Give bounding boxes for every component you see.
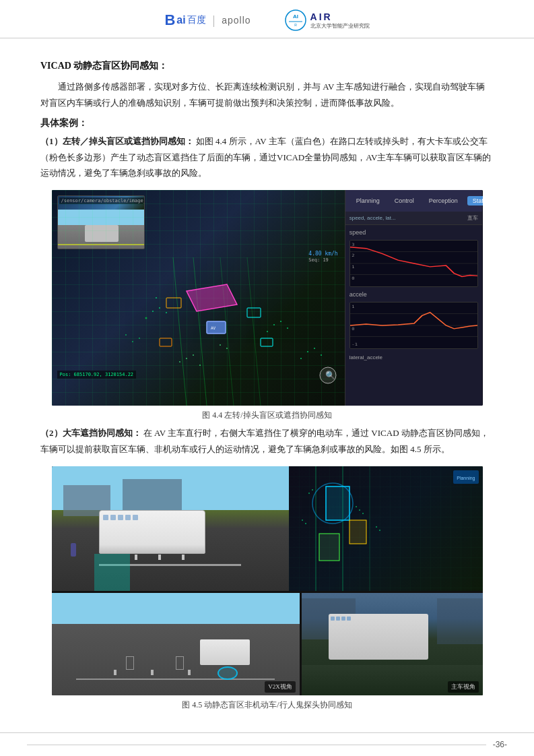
svg-point-62 (308, 493, 310, 494)
baidu-paw-icon: B (164, 11, 175, 29)
svg-text:0: 0 (352, 327, 354, 332)
accele-graph-svg: 1 0 -1 (350, 303, 478, 348)
front-label: 主车视角 (448, 681, 479, 693)
graph-area: speed (345, 225, 483, 406)
svg-point-69 (376, 526, 377, 528)
air-text-block: AIR 北京大学智能产业研究院 (310, 11, 370, 30)
svg-rect-31 (207, 321, 226, 334)
air-logo: AI R AIR 北京大学智能产业研究院 (285, 9, 370, 31)
svg-point-63 (312, 489, 313, 491)
svg-point-22 (226, 348, 228, 349)
figure-45-image: Planning (52, 466, 483, 695)
air-title: AIR (310, 11, 370, 22)
figure-45-container: Planning (40, 466, 494, 711)
svg-rect-35 (261, 338, 273, 346)
lidar-view: Pos: 685170.92, 3120154.22 4.80 km/h Seq… (52, 190, 345, 406)
svg-point-21 (220, 344, 221, 346)
fig44-caption: 图 4.4 左转/掉头盲区或遮挡协同感知 (202, 410, 331, 421)
svg-point-15 (267, 331, 268, 332)
fig45-bottom-panels: V2X视角 (52, 593, 483, 695)
footer: -36- (0, 732, 534, 756)
figure-44-image: /sensor/camera/obstacle/image_wide/compr… (52, 190, 483, 406)
page-number: -36- (493, 740, 507, 749)
teal-lane-highlight (94, 554, 130, 592)
bus-front-view (329, 614, 428, 660)
svg-point-23 (139, 338, 140, 339)
header: B ai 百度 | apollo AI R AIR 北京大学智能产业研究院 (0, 0, 534, 38)
svg-text:-1: -1 (352, 342, 358, 347)
svg-text:1: 1 (352, 305, 354, 309)
lateral-label: lateral_accele (349, 354, 479, 360)
svg-point-8 (152, 311, 154, 312)
fig45-top-panel: Planning (52, 466, 483, 591)
svg-rect-60 (349, 520, 366, 544)
person-silhouette (71, 543, 76, 557)
svg-text:AI: AI (293, 13, 298, 20)
figure-44-container: /sensor/camera/obstacle/image_wide/compr… (40, 190, 494, 421)
front-camera (302, 593, 483, 695)
apollo-separator: | (213, 13, 215, 28)
svg-text:2: 2 (352, 253, 354, 258)
svg-point-29 (321, 354, 322, 356)
svg-rect-54 (289, 466, 483, 591)
case-heading: 具体案例： (40, 117, 494, 129)
fig45-birdseye: Planning (289, 466, 483, 591)
svg-point-10 (166, 312, 167, 313)
svg-point-28 (300, 358, 302, 359)
svg-text:0: 0 (352, 276, 354, 281)
fig45-front-panel: 主车视角 (302, 593, 483, 695)
lidar-svg: AV 🔍 (52, 190, 345, 406)
baidu-logo: B ai 百度 | apollo (164, 11, 251, 29)
svg-point-26 (307, 351, 308, 352)
speed-graph: 3 2 1 0 (349, 240, 479, 287)
svg-point-24 (132, 341, 133, 342)
svg-text:R: R (294, 23, 297, 27)
bus-silhouette (99, 510, 205, 554)
case2-text: （2）大车遮挡协同感知： 在 AV 主车直行时，右侧大车遮挡住了横穿的电动车，通… (40, 425, 494, 457)
svg-line-5 (193, 257, 207, 406)
fig44-main-view: /sensor/camera/obstacle/image_wide/compr… (52, 190, 345, 406)
main-body-text: 通过路侧多传感器部署，实现对多方位、长距离连续检测识别，并与 AV 主车感知进行… (40, 79, 494, 111)
baidu-chinese: 百度 (187, 14, 206, 26)
v2x-street (52, 593, 300, 695)
air-subtitle: 北京大学智能产业研究院 (310, 22, 370, 30)
accele-label: accele (349, 291, 479, 298)
svg-rect-59 (319, 534, 339, 561)
svg-rect-36 (160, 338, 172, 346)
speed-label: speed (349, 229, 479, 236)
case1-text: （1）左转／掉头盲区或遮挡协同感知： 如图 4.4 所示，AV 主车（蓝白色）在… (40, 133, 494, 181)
svg-point-20 (199, 365, 201, 366)
fig44-tabs: Planning Control Perception Status (345, 190, 483, 212)
svg-point-66 (362, 513, 364, 514)
svg-marker-30 (187, 284, 237, 311)
main-heading: VICAD 动静态盲区协同感知： (40, 59, 494, 73)
perception-tab: Perception (424, 196, 463, 206)
svg-text:1: 1 (352, 265, 354, 270)
svg-point-27 (314, 348, 315, 349)
speed-graph-svg: 3 2 1 0 (350, 241, 478, 286)
planning-tab: Planning (351, 196, 385, 206)
fig45-birdseye-svg (289, 466, 483, 591)
svg-point-64 (356, 506, 357, 507)
svg-point-13 (273, 324, 275, 325)
v2x-label: V2X视角 (265, 681, 296, 693)
fig45-caption: 图 4.5 动静态盲区非机动车/行人鬼探头协同感知 (182, 699, 352, 711)
svg-point-17 (186, 358, 187, 359)
speed-controls: speed, accele, lat... 直车 (345, 212, 483, 225)
air-circle-icon: AI R (285, 9, 306, 31)
svg-rect-34 (247, 308, 261, 317)
fig45-street-left (52, 466, 289, 591)
footer-line (27, 745, 486, 745)
fig44-sidebar: Planning Control Perception Status speed… (345, 190, 483, 406)
status-tab: Status (467, 196, 483, 206)
svg-line-4 (173, 257, 187, 406)
page: B ai 百度 | apollo AI R AIR 北京大学智能产业研究院 (0, 0, 534, 756)
svg-text:3: 3 (352, 243, 354, 247)
svg-point-11 (145, 317, 147, 319)
svg-point-19 (179, 361, 180, 363)
svg-point-18 (193, 354, 194, 356)
svg-line-7 (247, 257, 261, 406)
control-tab: Control (389, 196, 420, 206)
svg-text:AV: AV (211, 325, 216, 330)
detect-circle-1 (218, 666, 238, 680)
